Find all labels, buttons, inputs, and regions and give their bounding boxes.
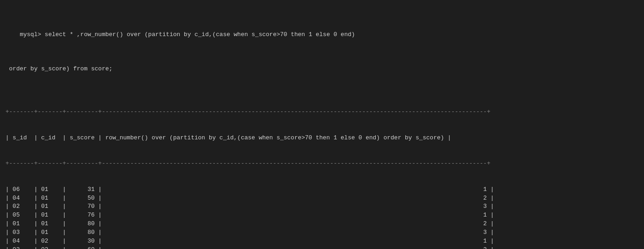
table-rows: | 06 | 01 | 31 | 1 || 04 | 01 | 50 |: [5, 185, 639, 249]
table-row: | 02 | 01 | 70 | 3 |: [5, 202, 639, 211]
terminal-window: mysql> select * ,row_number() over (part…: [5, 5, 639, 249]
table-row: | 04 | 02 | 30 | 1 |: [5, 237, 639, 246]
query-line1: [41, 31, 45, 38]
table-header: | s_id | c_id | s_score | row_number() o…: [5, 134, 639, 143]
table-row: | 03 | 01 | 80 | 3 |: [5, 228, 639, 237]
table-row: | 02 | 02 | 60 | 2 |: [5, 246, 639, 249]
table-row: | 04 | 01 | 50 | 2 |: [5, 194, 639, 203]
separator-top: +-------+-------+---------+-------------…: [5, 108, 639, 117]
table-row: | 06 | 01 | 31 | 1 |: [5, 185, 639, 194]
table-row: | 05 | 01 | 76 | 1 |: [5, 211, 639, 220]
separator-mid: +-------+-------+---------+-------------…: [5, 159, 639, 168]
query-line2: order by s_score) from score;: [5, 65, 639, 74]
query-prompt: mysql> select * ,row_number() over (part…: [5, 22, 639, 48]
query-text-1: select * ,row_number() over (partition b…: [45, 31, 355, 38]
table-row: | 01 | 01 | 80 | 2 |: [5, 220, 639, 228]
mysql-prompt: mysql>: [20, 31, 41, 38]
result-table: +-------+-------+---------+-------------…: [5, 90, 639, 249]
